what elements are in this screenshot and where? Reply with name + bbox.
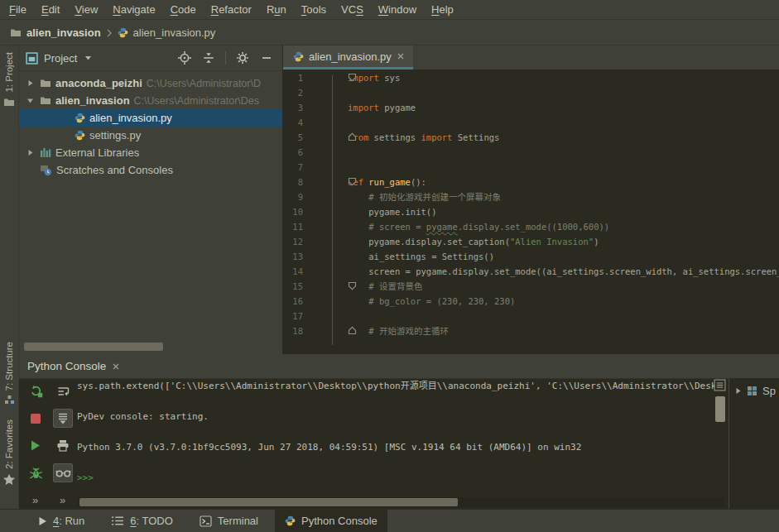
- stripe-label-structure: 7: Structure: [4, 342, 14, 391]
- statusbar-terminal[interactable]: Terminal: [190, 510, 268, 532]
- statusbar-python-console[interactable]: Python Console: [275, 510, 387, 532]
- menu-item-code[interactable]: Code: [163, 1, 204, 18]
- menu-item-run[interactable]: Run: [259, 1, 294, 18]
- tree-row-alien-invasion[interactable]: alien_invasionC:\Users\Administrator\Des: [19, 92, 282, 109]
- show-variables-button[interactable]: [53, 463, 73, 482]
- scrollbar-thumb[interactable]: [79, 498, 458, 506]
- menu-item-help[interactable]: Help: [424, 1, 461, 18]
- fold-top-icon[interactable]: [348, 177, 357, 186]
- project-panel-title[interactable]: Project: [44, 52, 77, 65]
- statusbar-6-todo[interactable]: 6: TODO: [101, 510, 183, 532]
- fold-marker-icon[interactable]: [303, 324, 348, 338]
- close-icon[interactable]: [397, 52, 405, 60]
- print-button[interactable]: [53, 436, 73, 455]
- soft-wrap-button[interactable]: [53, 381, 73, 400]
- tree-item-label: Scratches and Consoles: [56, 164, 173, 176]
- stripe-button-project[interactable]: 1: Project: [0, 52, 18, 108]
- chevron-right-icon[interactable]: [734, 387, 742, 395]
- fold-spacer: [303, 234, 348, 249]
- menu-item-file[interactable]: File: [2, 1, 34, 18]
- collapse-all-button[interactable]: [200, 49, 218, 67]
- statusbar-label: Terminal: [218, 515, 258, 527]
- menu-item-refactor[interactable]: Refactor: [204, 1, 259, 18]
- scroll-to-end-button[interactable]: [53, 409, 73, 428]
- stop-button[interactable]: [26, 409, 46, 428]
- view-toolbar-overflow-icon[interactable]: »: [60, 494, 66, 506]
- project-horizontal-scrollbar[interactable]: [24, 343, 163, 351]
- fold-marker-icon[interactable]: [303, 70, 348, 85]
- menu-item-navigate[interactable]: Navigate: [105, 1, 162, 18]
- locate-file-button[interactable]: [176, 49, 194, 67]
- fold-marker-icon[interactable]: [303, 130, 348, 145]
- console-vertical-scrollbar[interactable]: [715, 396, 725, 422]
- line-number: 17: [283, 309, 303, 324]
- statusbar-4-run[interactable]: 4: Run: [28, 510, 94, 532]
- code-line-17: 17: [283, 309, 779, 324]
- line-number: 12: [283, 234, 303, 249]
- special-variables-row[interactable]: Sp: [729, 378, 779, 397]
- python-console-panel: Python Console » » sys.path.extend(['C:\…: [19, 354, 779, 509]
- tree-row-settings-py[interactable]: settings.py: [19, 127, 282, 144]
- settings-button[interactable]: [233, 49, 252, 67]
- editor-tab-alien-invasion[interactable]: alien_invasion.py: [283, 46, 413, 69]
- arrow-right-icon[interactable]: [24, 79, 36, 87]
- console-output[interactable]: sys.path.extend(['C:\\Users\\Administrat…: [77, 379, 714, 495]
- stripe-button-favorites[interactable]: 2: Favorites: [0, 419, 18, 486]
- menu-item-vcs[interactable]: VCS: [334, 1, 371, 18]
- code-line-7: 7: [283, 160, 779, 175]
- fold-top-icon[interactable]: [348, 73, 357, 82]
- tree-row-alien-invasion-py[interactable]: alien_invasion.py: [19, 109, 282, 127]
- close-icon[interactable]: [112, 362, 120, 371]
- code-text: # 初始化游戏并创建一个屏幕对象: [348, 189, 501, 204]
- menu-bar: FileEditViewNavigateCodeRefactorRunTools…: [0, 0, 779, 20]
- execute-button[interactable]: [26, 436, 46, 455]
- fold-marker-icon[interactable]: [303, 175, 348, 189]
- console-horizontal-scrollbar[interactable]: [77, 497, 724, 507]
- arrow-down-icon[interactable]: [24, 97, 36, 104]
- menu-item-view[interactable]: View: [67, 1, 105, 18]
- breadcrumb-project[interactable]: alien_invasion: [26, 26, 101, 39]
- fold-spacer: [303, 309, 348, 324]
- fold-bottom-icon[interactable]: [348, 326, 357, 335]
- code-editor[interactable]: 1import sys23import pygame45from setting…: [283, 70, 779, 352]
- menu-item-tools[interactable]: Tools: [294, 1, 334, 18]
- code-line-4: 4: [283, 115, 779, 130]
- fold-spacer: [303, 249, 348, 264]
- line-number: 16: [283, 294, 303, 309]
- code-line-12: 12 pygame.display.set_caption("Alien Inv…: [283, 234, 779, 249]
- code-line-2: 2: [283, 85, 779, 100]
- editor-tab-label: alien_invasion.py: [309, 50, 392, 63]
- breadcrumb-file[interactable]: alien_invasion.py: [133, 26, 216, 39]
- line-number: 15: [283, 279, 303, 294]
- run-toolbar-overflow-icon[interactable]: »: [32, 494, 39, 506]
- line-number: 1: [283, 70, 303, 85]
- variables-panel: Sp: [729, 378, 779, 509]
- tree-row-scratches-and-consoles[interactable]: Scratches and Consoles: [19, 161, 282, 179]
- hide-panel-button[interactable]: [257, 49, 276, 67]
- project-panel: Project anaconda_peizhiC:\Users\Administ…: [19, 46, 282, 354]
- menu-item-window[interactable]: Window: [371, 1, 424, 18]
- arrow-right-icon[interactable]: [24, 149, 36, 156]
- project-panel-header: Project: [19, 46, 282, 71]
- code-text: import pygame: [348, 100, 416, 115]
- tree-row-external-libraries[interactable]: External Libraries: [19, 144, 282, 161]
- fold-spacer: [303, 85, 348, 100]
- console-tab[interactable]: Python Console: [19, 354, 128, 378]
- debug-button[interactable]: [26, 463, 46, 482]
- console-menu-icon[interactable]: [714, 379, 726, 391]
- special-variables-icon: [747, 386, 757, 396]
- code-text: screen = pygame.display.set_mode((ai_set…: [348, 264, 779, 279]
- chevron-down-icon[interactable]: [84, 55, 92, 60]
- fold-bottom-icon[interactable]: [348, 132, 357, 141]
- scroll-to-end-icon: [56, 412, 70, 425]
- tree-row-anaconda-peizhi[interactable]: anaconda_peizhiC:\Users\Administrator\D: [19, 74, 282, 92]
- code-text: # bg_color = (230, 230, 230): [348, 294, 515, 309]
- rerun-button[interactable]: [26, 381, 46, 400]
- fold-top-icon[interactable]: [348, 281, 357, 290]
- code-text: # 设置背景色: [348, 279, 422, 294]
- fold-marker-icon[interactable]: [303, 279, 348, 294]
- stripe-button-structure[interactable]: 7: Structure: [0, 342, 18, 405]
- line-number: 3: [283, 100, 303, 115]
- pycharm-window: FileEditViewNavigateCodeRefactorRunTools…: [0, 0, 779, 532]
- menu-item-edit[interactable]: Edit: [34, 1, 67, 18]
